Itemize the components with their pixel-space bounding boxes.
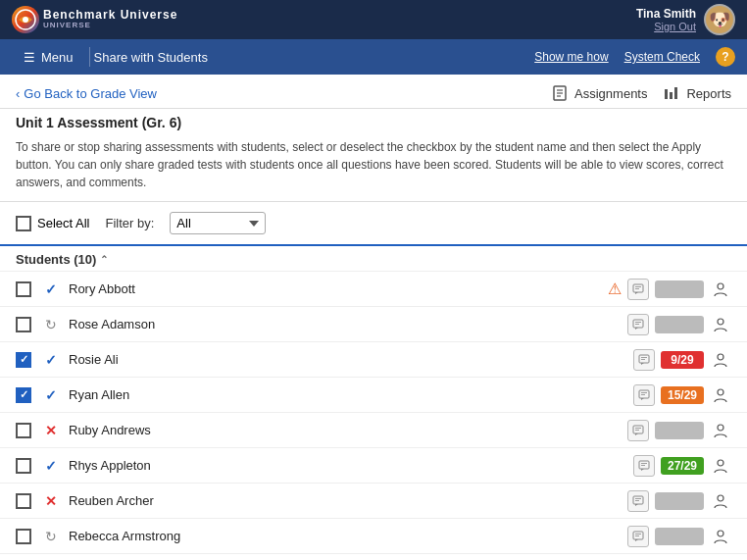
row-checkbox[interactable] bbox=[16, 529, 31, 544]
score-badge: 15/29 bbox=[661, 386, 704, 404]
filter-select[interactable]: All Shared Not Shared bbox=[170, 212, 266, 234]
row-actions: 9/29 bbox=[633, 349, 731, 371]
student-name: Rhys Appleton bbox=[69, 458, 633, 473]
student-profile-icon[interactable] bbox=[710, 314, 731, 335]
reports-icon bbox=[663, 84, 680, 102]
row-actions bbox=[627, 526, 731, 547]
status-icon: ✓ bbox=[41, 456, 61, 476]
student-list: ✓Rory Abbott⚠↻Rose Adamson✓✓Rosie Ali9/2… bbox=[0, 272, 747, 560]
system-check-button[interactable]: System Check bbox=[624, 50, 700, 64]
loading-icon: ↻ bbox=[45, 529, 57, 544]
table-row: ✕Ruby Andrews bbox=[0, 413, 747, 448]
table-row: ↻Rose Adamson bbox=[0, 307, 747, 342]
row-checkbox[interactable]: ✓ bbox=[16, 352, 31, 368]
row-checkbox[interactable]: ✓ bbox=[16, 387, 31, 403]
svg-rect-21 bbox=[639, 390, 649, 398]
student-name: Ruby Andrews bbox=[69, 423, 627, 437]
select-all-checkbox[interactable]: Select All bbox=[16, 216, 89, 231]
students-header: Students (10) ⌃ bbox=[0, 246, 747, 272]
score-placeholder bbox=[655, 422, 704, 439]
score-placeholder bbox=[655, 528, 704, 545]
header-right: Tina Smith Sign Out 🐶 bbox=[636, 4, 735, 35]
score-placeholder bbox=[655, 280, 704, 298]
menu-button[interactable]: ☰ Menu bbox=[12, 44, 85, 71]
svg-point-16 bbox=[718, 319, 723, 325]
page-title: Unit 1 Assessment (Gr. 6) bbox=[0, 109, 747, 134]
student-name: Ryan Allen bbox=[69, 387, 633, 402]
student-profile-icon[interactable] bbox=[710, 420, 731, 441]
check-icon: ✓ bbox=[45, 387, 57, 403]
logo: Benchmark Universe UNIVERSE bbox=[12, 6, 177, 33]
status-icon: ✕ bbox=[41, 421, 61, 440]
student-profile-icon[interactable] bbox=[710, 455, 731, 477]
student-profile-icon[interactable] bbox=[710, 384, 731, 406]
comment-icon[interactable] bbox=[627, 490, 649, 512]
comment-icon[interactable] bbox=[627, 420, 649, 441]
svg-point-32 bbox=[718, 460, 723, 466]
comment-icon[interactable] bbox=[633, 384, 655, 406]
row-actions: 27/29 bbox=[633, 455, 731, 477]
table-row: ✓✓Ryan Allen15/29 bbox=[0, 378, 747, 413]
toolbar: ☰ Menu Share with Students Show me how S… bbox=[0, 39, 747, 75]
sort-icon[interactable]: ⌃ bbox=[100, 254, 108, 265]
comment-icon[interactable] bbox=[633, 349, 655, 371]
row-actions: 15/29 bbox=[633, 384, 731, 406]
help-button[interactable]: ? bbox=[716, 47, 735, 67]
select-all-checkbox-box[interactable] bbox=[16, 216, 31, 231]
svg-rect-13 bbox=[633, 320, 643, 328]
check-icon: ✓ bbox=[45, 281, 57, 297]
table-row: ✓Rory Abbott⚠ bbox=[0, 272, 747, 307]
score-placeholder bbox=[655, 492, 704, 510]
sign-out-link[interactable]: Sign Out bbox=[636, 21, 696, 32]
svg-rect-29 bbox=[639, 461, 649, 469]
status-icon: ✕ bbox=[41, 491, 61, 511]
nav-row: ‹ Go Back to Grade View Assignments bbox=[0, 75, 747, 109]
student-name: Rose Adamson bbox=[69, 317, 627, 331]
comment-icon[interactable] bbox=[627, 279, 649, 300]
svg-rect-37 bbox=[633, 532, 643, 539]
svg-rect-17 bbox=[639, 355, 649, 363]
comment-icon[interactable] bbox=[633, 455, 655, 477]
show-me-how-button[interactable]: Show me how bbox=[534, 50, 608, 64]
student-profile-icon[interactable] bbox=[710, 279, 731, 300]
svg-point-12 bbox=[718, 283, 723, 289]
comment-icon[interactable] bbox=[627, 526, 649, 547]
back-to-grade-view-link[interactable]: ‹ Go Back to Grade View bbox=[16, 86, 157, 101]
chevron-left-icon: ‹ bbox=[16, 86, 20, 101]
user-name: Tina Smith bbox=[636, 7, 696, 21]
svg-point-40 bbox=[718, 531, 723, 536]
svg-point-36 bbox=[718, 495, 723, 501]
status-icon: ↻ bbox=[41, 527, 61, 546]
score-badge: 9/29 bbox=[661, 351, 704, 369]
loading-icon: ↻ bbox=[45, 317, 57, 332]
row-checkbox[interactable]: ✓ bbox=[16, 458, 31, 474]
row-actions: ⚠ bbox=[608, 279, 731, 300]
comment-icon[interactable] bbox=[627, 314, 649, 335]
svg-rect-33 bbox=[633, 496, 643, 504]
assignments-button[interactable]: Assignments bbox=[551, 84, 647, 102]
row-actions bbox=[627, 420, 731, 441]
row-checkbox[interactable] bbox=[16, 423, 31, 438]
row-checkbox[interactable] bbox=[16, 281, 31, 297]
student-profile-icon[interactable] bbox=[710, 526, 731, 547]
reports-button[interactable]: Reports bbox=[663, 84, 731, 102]
svg-point-20 bbox=[718, 354, 723, 360]
app-header: Benchmark Universe UNIVERSE Tina Smith S… bbox=[0, 0, 747, 39]
svg-rect-6 bbox=[665, 89, 668, 99]
logo-text: Benchmark Universe UNIVERSE bbox=[43, 9, 177, 30]
table-row: ↻Rebecca Armstrong bbox=[0, 519, 747, 554]
x-icon: ✕ bbox=[45, 493, 57, 509]
score-badge: 27/29 bbox=[661, 457, 704, 475]
main-content: ‹ Go Back to Grade View Assignments bbox=[0, 75, 747, 560]
svg-point-24 bbox=[718, 389, 723, 395]
student-profile-icon[interactable] bbox=[710, 490, 731, 512]
student-name: Rebecca Armstrong bbox=[69, 529, 627, 543]
svg-point-28 bbox=[718, 425, 723, 431]
row-checkbox[interactable] bbox=[16, 493, 31, 509]
row-checkbox[interactable] bbox=[16, 317, 31, 332]
share-with-students-label: Share with Students bbox=[94, 50, 208, 65]
check-icon: ✓ bbox=[45, 458, 57, 474]
svg-rect-7 bbox=[670, 92, 672, 99]
student-profile-icon[interactable] bbox=[710, 349, 731, 371]
toolbar-divider bbox=[89, 47, 90, 67]
